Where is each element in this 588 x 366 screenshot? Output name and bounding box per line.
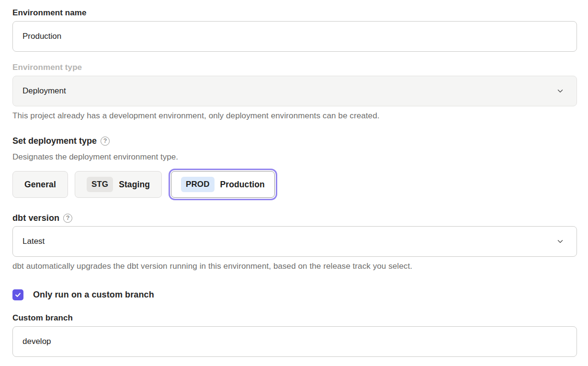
deployment-type-production-button[interactable]: PROD Production [171,171,275,198]
deployment-type-helper: Designates the deployment environment ty… [12,152,577,162]
dbt-version-value: Latest [23,237,45,246]
environment-type-value: Deployment [23,86,66,96]
environment-name-field: Environment name [12,8,577,52]
help-icon[interactable]: ? [101,137,110,146]
deployment-type-staging-label: Staging [119,180,150,190]
deployment-type-field: Set deployment type ? Designates the dep… [12,136,577,199]
dbt-version-select[interactable]: Latest [12,226,577,257]
dbt-version-field: dbt version ? Latest dbt automatically u… [12,213,577,271]
deployment-type-general-button[interactable]: General [12,171,68,198]
deployment-type-general-label: General [24,180,56,190]
environment-type-label: Environment type [12,62,577,73]
chevron-down-icon [556,87,564,95]
custom-branch-input[interactable] [12,326,577,357]
deployment-type-heading: Set deployment type [12,136,97,146]
checkmark-icon [14,291,22,298]
custom-branch-toggle-row: Only run on a custom branch [12,289,577,300]
custom-branch-label: Custom branch [12,313,577,323]
production-badge: PROD [181,177,215,192]
environment-name-input[interactable] [12,21,577,52]
environment-type-field: Environment type Deployment This project… [12,62,577,121]
environment-settings-form: Environment name Environment type Deploy… [0,0,588,357]
environment-type-select[interactable]: Deployment [12,76,577,106]
deployment-type-staging-button[interactable]: STG Staging [75,171,162,198]
help-icon[interactable]: ? [63,214,72,223]
custom-branch-field: Custom branch [12,313,577,357]
custom-branch-toggle-label: Only run on a custom branch [33,290,154,300]
dbt-version-label: dbt version [12,213,59,223]
deployment-type-production-label: Production [220,180,265,190]
environment-type-helper: This project already has a development e… [12,111,577,121]
environment-name-label: Environment name [12,8,577,18]
custom-branch-checkbox[interactable] [12,289,23,300]
chevron-down-icon [556,238,564,245]
dbt-version-helper: dbt automatically upgrades the dbt versi… [12,262,577,271]
staging-badge: STG [87,177,113,192]
deployment-type-options: General STG Staging PROD Production [12,170,577,199]
